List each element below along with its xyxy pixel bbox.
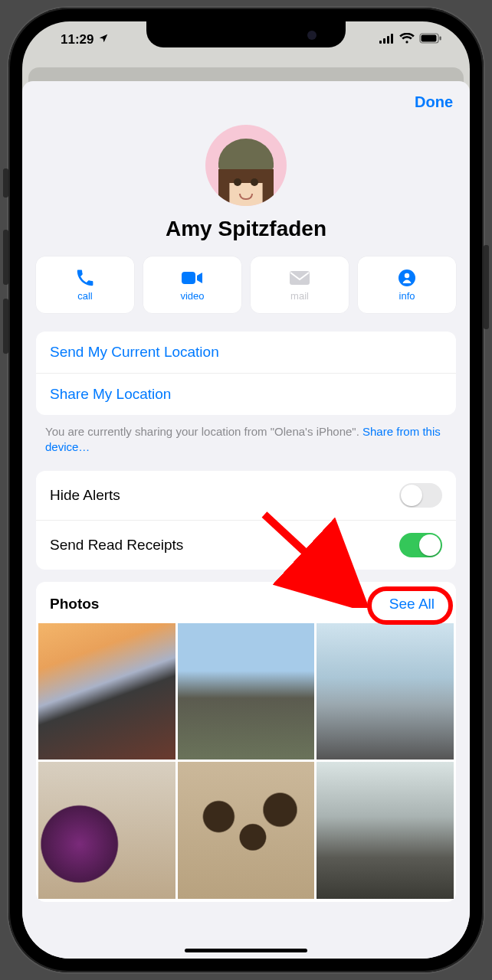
hide-alerts-label: Hide Alerts (50, 487, 120, 504)
svg-point-10 (405, 273, 409, 277)
footnote-text: You are currently sharing your location … (45, 425, 362, 438)
battery-icon (419, 32, 442, 47)
svg-rect-1 (383, 38, 385, 44)
photo-thumbnail[interactable] (317, 762, 454, 899)
svg-rect-3 (391, 34, 393, 44)
info-button[interactable]: info (358, 256, 456, 313)
call-button[interactable]: call (36, 256, 134, 313)
status-time: 11:29 (61, 32, 93, 47)
read-receipts-label: Send Read Receipts (50, 537, 183, 554)
info-label: info (399, 290, 415, 302)
photos-card: Photos See All (36, 582, 456, 902)
cellular-signal-icon (379, 32, 395, 47)
contact-header: Amy Spitzfaden (22, 125, 470, 241)
photo-thumbnail[interactable] (178, 623, 315, 760)
photos-title: Photos (50, 596, 99, 612)
mail-icon (289, 269, 310, 287)
location-services-icon (98, 32, 109, 47)
contact-details-sheet: Done Amy Spitzfaden (22, 81, 470, 959)
screen: 11:29 Done (22, 21, 470, 959)
share-my-location-label: Share My Location (50, 386, 171, 403)
mail-button: mail (251, 256, 349, 313)
video-icon (182, 269, 203, 287)
hide-alerts-row: Hide Alerts (36, 471, 456, 520)
phone-icon (74, 269, 96, 287)
photo-thumbnail[interactable] (38, 762, 175, 899)
volume-down-button[interactable] (3, 299, 8, 354)
avatar[interactable] (205, 125, 287, 206)
svg-rect-6 (440, 37, 441, 41)
svg-rect-5 (421, 35, 437, 42)
memoji-icon (223, 155, 269, 206)
info-icon (396, 269, 418, 287)
call-label: call (77, 290, 93, 302)
read-receipts-row: Send Read Receipts (36, 520, 456, 570)
mail-label: mail (290, 290, 309, 302)
wifi-icon (399, 32, 415, 47)
notch (146, 21, 346, 47)
svg-rect-2 (387, 36, 389, 44)
video-button[interactable]: video (143, 256, 241, 313)
mute-switch[interactable] (3, 168, 8, 198)
volume-up-button[interactable] (3, 230, 8, 285)
location-actions-card: Send My Current Location Share My Locati… (36, 332, 456, 415)
read-receipts-toggle[interactable] (399, 533, 442, 557)
svg-rect-0 (379, 41, 382, 44)
photo-thumbnail[interactable] (38, 623, 175, 760)
hide-alerts-toggle[interactable] (399, 483, 442, 508)
see-all-button[interactable]: See All (382, 593, 442, 616)
done-button[interactable]: Done (415, 93, 453, 111)
send-current-location-label: Send My Current Location (50, 344, 219, 361)
location-footnote: You are currently sharing your location … (22, 415, 470, 466)
quick-actions-row: call video mail (22, 241, 470, 327)
alerts-card: Hide Alerts Send Read Receipts (36, 471, 456, 570)
photo-thumbnail[interactable] (178, 762, 315, 899)
device-frame: 11:29 Done (8, 8, 484, 972)
power-button[interactable] (484, 245, 489, 329)
send-current-location-row[interactable]: Send My Current Location (36, 332, 456, 373)
photo-thumbnail[interactable] (317, 623, 454, 760)
photo-grid (36, 623, 456, 899)
video-label: video (180, 290, 204, 302)
svg-rect-7 (182, 272, 195, 284)
home-indicator[interactable] (185, 949, 307, 952)
share-my-location-row[interactable]: Share My Location (36, 373, 456, 415)
svg-rect-8 (290, 271, 310, 285)
contact-name: Amy Spitzfaden (166, 217, 326, 241)
